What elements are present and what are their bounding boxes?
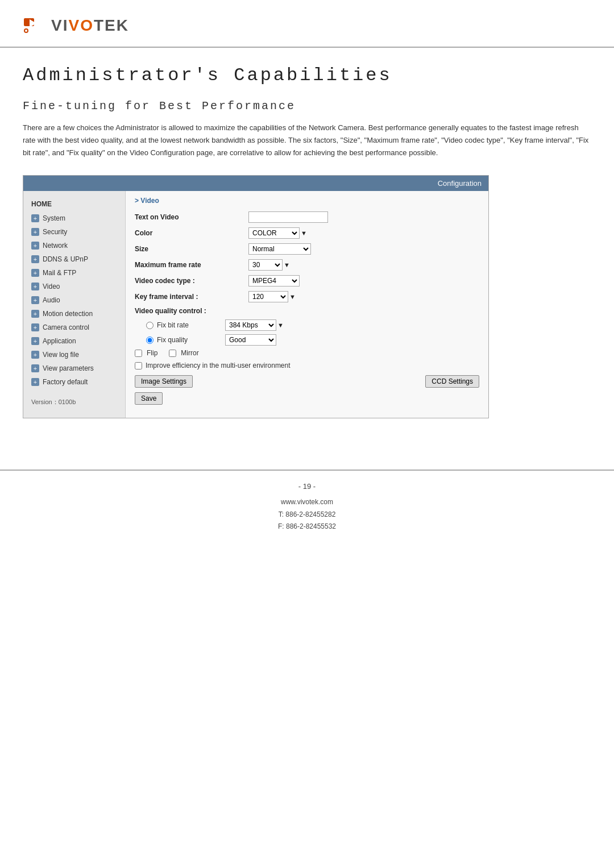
multi-user-checkbox[interactable] (135, 362, 142, 369)
keyframe-row: Key frame interval : 120 60 30 ▼ (135, 291, 479, 302)
page-header: VIVOTEK (0, 0, 614, 48)
sidebar-item-application[interactable]: + Application (23, 334, 125, 348)
text-on-video-input[interactable] (248, 211, 328, 223)
keyframe-select[interactable]: 120 60 30 (248, 291, 288, 302)
expand-icon-camera: + (31, 323, 39, 331)
page-footer: - 19 - www.vivotek.com T: 886-2-82455282… (0, 470, 614, 545)
sidebar-item-ddns[interactable]: + DDNS & UPnP (23, 252, 125, 266)
fps-select[interactable]: 30 25 20 15 10 5 (248, 259, 283, 271)
section-title: Fine-tuning for Best Performance (23, 99, 591, 113)
multi-user-label: Improve efficiency in the multi-user env… (146, 362, 291, 369)
save-row: Save (135, 392, 479, 405)
svg-point-3 (25, 30, 27, 32)
fix-quality-radio[interactable] (146, 337, 154, 344)
panel-header-label: Configuration (438, 179, 482, 188)
quality-select[interactable]: Good Medium Low Excellent (225, 334, 276, 346)
fps-label: Maximum frame rate (135, 261, 248, 269)
expand-icon-application: + (31, 337, 39, 345)
sidebar-version: Version：0100b (23, 392, 125, 412)
expand-icon-system: + (31, 214, 39, 222)
sidebar-label-camera: Camera control (43, 323, 89, 331)
ccd-settings-button[interactable]: CCD Settings (425, 375, 479, 388)
breadcrumb: > Video (135, 197, 479, 205)
multi-user-row: Improve efficiency in the multi-user env… (135, 362, 479, 369)
sidebar: HOME + System + Security + Network + DDN… (23, 191, 126, 418)
sidebar-home[interactable]: HOME (23, 197, 125, 211)
expand-icon-ddns: + (31, 255, 39, 263)
expand-icon-motion: + (31, 310, 39, 318)
text-on-video-control (248, 211, 479, 223)
expand-icon-viewlog: + (31, 351, 39, 359)
fps-arrow: ▼ (284, 261, 290, 268)
sidebar-label-application: Application (43, 337, 76, 345)
mirror-checkbox[interactable] (169, 350, 176, 357)
sidebar-item-video[interactable]: + Video (23, 280, 125, 293)
page-number: - 19 - (23, 482, 591, 491)
sidebar-label-viewparams: View parameters (43, 364, 94, 372)
text-on-video-row: Text on Video (135, 211, 479, 223)
size-select[interactable]: Normal Large Small (248, 243, 311, 255)
expand-icon-network: + (31, 242, 39, 250)
settings-buttons-row: Image Settings CCD Settings (135, 375, 479, 388)
sidebar-item-factory[interactable]: + Factory default (23, 375, 125, 389)
bitrate-select[interactable]: 384 Kbps 512 Kbps 768 Kbps 1 Mbps (225, 319, 276, 331)
flip-checkbox[interactable] (135, 350, 142, 357)
expand-icon-video: + (31, 283, 39, 290)
sidebar-label-motion: Motion detection (43, 310, 93, 318)
expand-icon-audio: + (31, 296, 39, 304)
footer-phone: T: 886-2-82455282 (23, 509, 591, 521)
sidebar-label-system: System (43, 214, 65, 222)
keyframe-arrow: ▼ (289, 293, 296, 300)
codec-row: Video codec type : MPEG4 MJPEG (135, 275, 479, 286)
fix-bitrate-radio[interactable] (146, 322, 154, 329)
codec-select[interactable]: MPEG4 MJPEG (248, 275, 300, 286)
sidebar-item-viewparams[interactable]: + View parameters (23, 362, 125, 375)
sidebar-item-security[interactable]: + Security (23, 225, 125, 239)
panel-main: > Video Text on Video Color COLOR B/W (126, 191, 488, 418)
quality-control-label: Video quality control : (135, 307, 248, 315)
text-on-video-label: Text on Video (135, 213, 248, 221)
sidebar-item-system[interactable]: + System (23, 211, 125, 225)
fps-control: 30 25 20 15 10 5 ▼ (248, 259, 479, 271)
sidebar-label-ddns: DDNS & UPnP (43, 255, 88, 263)
sidebar-item-network[interactable]: + Network (23, 239, 125, 252)
panel-header: Configuration (23, 176, 488, 191)
sidebar-label-viewlog: View log file (43, 351, 79, 359)
expand-icon-factory: + (31, 378, 39, 386)
quality-control-row: Video quality control : (135, 307, 479, 315)
logo-text: VIVOTEK (51, 16, 129, 35)
sidebar-item-motion[interactable]: + Motion detection (23, 307, 125, 321)
size-control: Normal Large Small (248, 243, 479, 255)
description-text: There are a few choices the Administrato… (23, 122, 591, 159)
sidebar-item-viewlog[interactable]: + View log file (23, 348, 125, 362)
sidebar-label-video: Video (43, 283, 60, 290)
size-row: Size Normal Large Small (135, 243, 479, 255)
expand-icon-security: + (31, 228, 39, 236)
config-panel: Configuration HOME + System + Security +… (23, 175, 489, 418)
sidebar-item-mail[interactable]: + Mail & FTP (23, 266, 125, 280)
page-title: Administrator's Capabilities (23, 65, 591, 86)
flip-mirror-row: Flip Mirror (135, 349, 479, 357)
color-label: Color (135, 229, 248, 237)
color-select[interactable]: COLOR B/W (248, 227, 300, 239)
footer-website: www.vivotek.com (23, 496, 591, 509)
codec-label: Video codec type : (135, 277, 248, 285)
sidebar-label-factory: Factory default (43, 378, 88, 386)
color-control: COLOR B/W ▼ (248, 227, 479, 239)
sidebar-item-camera[interactable]: + Camera control (23, 321, 125, 334)
fix-quality-label: Fix quality (157, 336, 225, 344)
save-button[interactable]: Save (135, 392, 163, 405)
sidebar-label-network: Network (43, 242, 68, 250)
codec-control: MPEG4 MJPEG (248, 275, 479, 286)
vivotek-logo-icon (23, 14, 47, 38)
sidebar-item-audio[interactable]: + Audio (23, 293, 125, 307)
image-settings-button[interactable]: Image Settings (135, 375, 193, 388)
color-arrow: ▼ (301, 230, 307, 236)
sidebar-label-audio: Audio (43, 296, 60, 304)
footer-info: www.vivotek.com T: 886-2-82455282 F: 886… (23, 496, 591, 533)
main-content: Administrator's Capabilities Fine-tuning… (0, 48, 614, 447)
keyframe-control: 120 60 30 ▼ (248, 291, 479, 302)
mirror-label: Mirror (181, 349, 198, 357)
fix-bitrate-label: Fix bit rate (157, 321, 225, 329)
expand-icon-mail: + (31, 269, 39, 277)
